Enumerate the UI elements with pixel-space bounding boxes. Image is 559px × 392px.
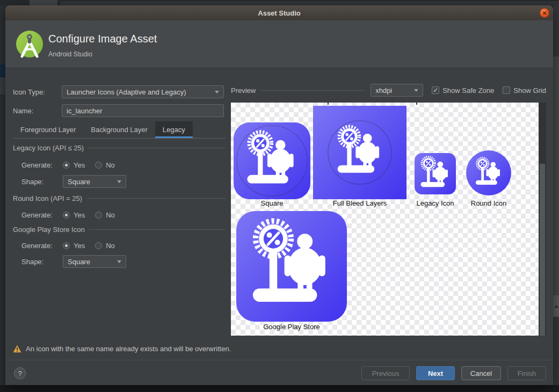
page-subtitle: Android Studio [48, 50, 92, 58]
previous-button[interactable]: Previous [361, 366, 410, 380]
play-store-generate-label: Generate: [21, 242, 59, 250]
preview-tile-label: Round Icon [462, 199, 516, 207]
background-ide-tab [30, 0, 57, 5]
legacy-yes-label[interactable]: Yes [74, 161, 85, 169]
legacy-generate-yes-radio[interactable] [63, 162, 70, 169]
section-rule [86, 198, 226, 199]
play-store-generate-no-radio[interactable] [95, 242, 102, 249]
android-studio-logo-icon [15, 30, 44, 59]
layer-tabs: Foreground Layer Background Layer Legacy [13, 121, 226, 139]
density-dropdown[interactable]: xhdpi [371, 84, 423, 97]
legacy-icon-section-header: Legacy Icon (API ≤ 25) [13, 144, 226, 152]
chevron-down-icon [117, 260, 121, 263]
tab-foreground-layer[interactable]: Foreground Layer [13, 121, 83, 138]
play-store-section-header: Google Play Store Icon [13, 226, 226, 234]
tab-legacy[interactable]: Legacy [155, 121, 193, 138]
name-input[interactable]: ic_launcher [62, 104, 224, 117]
name-value: ic_launcher [67, 107, 103, 115]
preview-icon-legacy [415, 153, 456, 194]
show-grid-group[interactable]: Show Grid [503, 86, 546, 95]
round-generate-no-radio[interactable] [95, 212, 102, 219]
dialog-header: Configure Image Asset Android Studio [5, 20, 553, 68]
background-ide-left-lower [0, 77, 5, 95]
play-store-shape-label: Shape: [21, 258, 59, 266]
finish-button[interactable]: Finish [507, 366, 546, 380]
footer-divider [5, 360, 553, 360]
preview-scrollbar-thumb[interactable] [540, 164, 545, 336]
next-button[interactable]: Next [416, 366, 455, 380]
background-ide-left-block [0, 64, 5, 77]
preview-scrollbar[interactable] [539, 103, 546, 336]
warning-row: An icon with the same name already exist… [13, 345, 231, 353]
play-store-generate-yes-radio[interactable] [63, 242, 70, 249]
preview-tile-label: Legacy Icon [409, 199, 461, 207]
asset-studio-dialog: Asset Studio ✕ Configure Image Asset And… [5, 5, 553, 385]
guide-tick [416, 103, 417, 105]
preview-label: Preview [231, 86, 256, 95]
warning-icon [13, 345, 21, 353]
page-title: Configure Image Asset [48, 33, 157, 45]
icon-type-label: Icon Type: [13, 88, 45, 96]
show-grid-label[interactable]: Show Grid [513, 86, 546, 95]
legacy-shape-dropdown[interactable]: Square [63, 175, 126, 188]
legacy-shape-label: Shape: [21, 178, 59, 186]
chevron-down-icon [414, 89, 418, 92]
preview-tile-label: Google Play Store [236, 323, 347, 331]
preview-tile-label: Full Bleed Layers [313, 199, 406, 207]
show-safe-zone-label[interactable]: Show Safe Zone [442, 86, 494, 95]
legacy-generate-no-radio[interactable] [95, 162, 102, 169]
background-ide-left [0, 5, 5, 385]
preview-icon-round [466, 150, 511, 195]
preview-rule [261, 90, 365, 91]
section-rule [89, 229, 226, 230]
cancel-button[interactable]: Cancel [461, 366, 501, 380]
play-store-yes-label[interactable]: Yes [74, 242, 85, 250]
play-store-shape-dropdown[interactable]: Square [63, 255, 126, 268]
preview-tile-label: Square [231, 199, 313, 207]
help-button[interactable]: ? [14, 367, 26, 379]
preview-canvas: Square Full Bleed Layers Legacy Icon Rou… [231, 103, 539, 336]
footer-buttons: Previous Next Cancel Finish [361, 366, 546, 380]
chevron-down-icon [117, 180, 121, 183]
title-bar[interactable]: Asset Studio ✕ [5, 5, 553, 20]
guide-tick [328, 103, 329, 105]
background-ide-scrollbar-top [553, 5, 559, 56]
round-yes-label[interactable]: Yes [74, 211, 85, 219]
background-ide-toolbar [60, 1, 559, 5]
round-generate-label: Generate: [21, 211, 59, 219]
name-label: Name: [13, 107, 33, 115]
play-store-no-label[interactable]: No [106, 242, 115, 250]
background-scroll-up-button [553, 295, 559, 317]
show-safe-zone-checkbox[interactable] [432, 86, 439, 94]
section-rule [88, 148, 226, 148]
preview-icon-google-play-store [236, 211, 347, 322]
chevron-down-icon [215, 91, 219, 93]
preview-header: Preview xhdpi Show Safe Zone Show Grid [231, 84, 546, 97]
window-title: Asset Studio [258, 9, 300, 17]
close-icon[interactable]: ✕ [540, 8, 549, 18]
background-ide-scrollbar-bottom [553, 317, 559, 385]
round-icon-section-header: Round Icon (API = 25) [13, 194, 226, 202]
legacy-generate-label: Generate: [21, 161, 59, 169]
preview-icon-square [234, 122, 310, 199]
round-no-label[interactable]: No [106, 211, 115, 219]
warning-text: An icon with the same name already exist… [26, 345, 231, 353]
legacy-no-label[interactable]: No [106, 161, 115, 169]
icon-type-dropdown[interactable]: Launcher Icons (Adaptive and Legacy) [62, 85, 224, 98]
show-safe-zone-group[interactable]: Show Safe Zone [432, 86, 494, 95]
scroll-up-arrow-icon [554, 305, 558, 308]
tab-background-layer[interactable]: Background Layer [83, 121, 155, 138]
icon-type-value: Launcher Icons (Adaptive and Legacy) [67, 88, 186, 96]
round-generate-yes-radio[interactable] [63, 212, 70, 219]
preview-icon-full-bleed [313, 106, 406, 199]
background-ide-bottom [0, 385, 559, 392]
show-grid-checkbox[interactable] [503, 86, 510, 94]
